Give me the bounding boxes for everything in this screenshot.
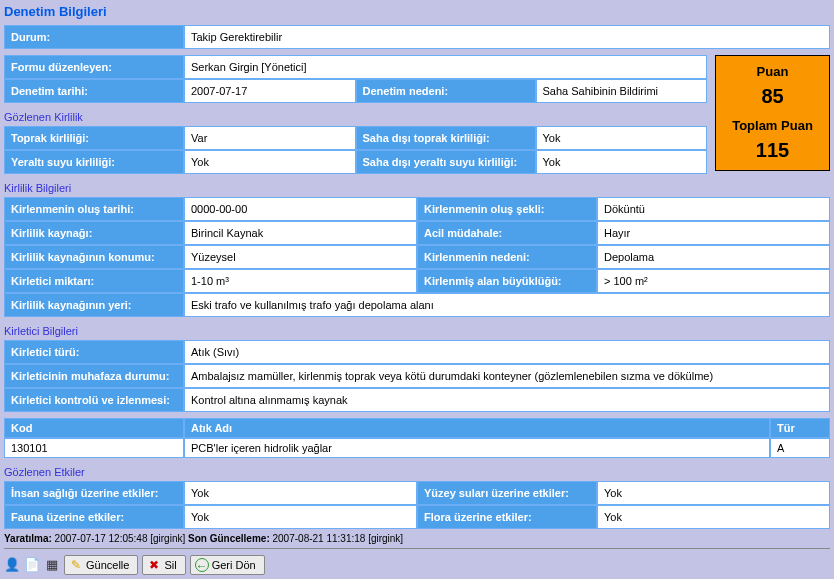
updated-label: Son Güncelleme: [188, 533, 270, 544]
soil-value: Var [184, 126, 356, 150]
amount-value: 1-10 m³ [184, 269, 417, 293]
waste-name: PCB'ler içeren hidrolik yağlar [184, 438, 770, 458]
status-value: Takip Gerektirebilir [184, 25, 830, 49]
delete-button-label: Sil [164, 559, 176, 571]
back-button-label: Geri Dön [212, 559, 256, 571]
source-place-value: Eski trafo ve kullanılmış trafo yağı dep… [184, 293, 830, 317]
page-title: Denetim Bilgileri [4, 4, 830, 19]
cause-label: Kirlenmenin nedeni: [417, 245, 597, 269]
delete-button[interactable]: ✖ Sil [142, 555, 185, 575]
updated-value: 2007-08-21 11:31:18 [girgink] [273, 533, 404, 544]
area-label: Kirlenmiş alan büyüklüğü: [417, 269, 597, 293]
observed-effects-grid: İnsan sağlığı üzerine etkiler: Yok Yüzey… [4, 481, 830, 529]
source-value: Birincil Kaynak [184, 221, 417, 245]
delete-icon: ✖ [147, 558, 161, 572]
source-place-label: Kirlilik kaynağının yeri: [4, 293, 184, 317]
editor-label: Formu düzenleyen: [4, 55, 184, 79]
page-icon[interactable]: 📄 [24, 557, 40, 573]
source-loc-value: Yüzeysel [184, 245, 417, 269]
occur-date-label: Kirlenmenin oluş tarihi: [4, 197, 184, 221]
date-value: 2007-07-17 [184, 79, 356, 103]
total-score-label: Toplam Puan [720, 118, 825, 133]
score-box: Puan 85 Toplam Puan 115 [715, 55, 830, 171]
pollutant-info-title: Kirletici Bilgileri [4, 325, 830, 337]
waste-head-name: Atık Adı [184, 418, 770, 438]
source-label: Kirlilik kaynağı: [4, 221, 184, 245]
waste-table-header: Kod Atık Adı Tür [4, 418, 830, 438]
status-label: Durum: [4, 25, 184, 49]
score-value: 85 [720, 85, 825, 108]
flora-value: Yok [597, 505, 830, 529]
observed-effects-title: Gözlenen Etkiler [4, 466, 830, 478]
occur-type-label: Kirlenmenin oluş şekli: [417, 197, 597, 221]
cause-value: Depolama [597, 245, 830, 269]
offsite-soil-label: Saha dışı toprak kirliliği: [356, 126, 536, 150]
table-icon[interactable]: ▦ [44, 557, 60, 573]
offsite-groundwater-label: Saha dışı yeraltı suyu kirliliği: [356, 150, 536, 174]
pollutant-type-label: Kirletici türü: [4, 340, 184, 364]
emergency-label: Acil müdahale: [417, 221, 597, 245]
pollutant-control-value: Kontrol altına alınmamış kaynak [184, 388, 830, 412]
waste-code: 130101 [4, 438, 184, 458]
pollution-info-title: Kirlilik Bilgileri [4, 182, 830, 194]
status-grid: Durum: Takip Gerektirebilir [4, 25, 830, 49]
update-button-label: Güncelle [86, 559, 129, 571]
back-icon: ← [195, 558, 209, 572]
occur-date-value: 0000-00-00 [184, 197, 417, 221]
toolbar: 👤 📄 ▦ ✎ Güncelle ✖ Sil ← Geri Dön [4, 555, 830, 575]
meta-bar: Yaratılma: 2007-07-17 12:05:48 [girgink]… [4, 529, 830, 549]
human-label: İnsan sağlığı üzerine etkiler: [4, 481, 184, 505]
created-value: 2007-07-17 12:05:48 [girgink] [55, 533, 186, 544]
area-value: > 100 m² [597, 269, 830, 293]
editor-value: Serkan Girgin [Yönetici] [184, 55, 707, 79]
total-score-value: 115 [720, 139, 825, 162]
surface-water-value: Yok [597, 481, 830, 505]
observed-pollution-title: Gözlenen Kirlilik [4, 111, 707, 123]
occur-type-value: Döküntü [597, 197, 830, 221]
user-icon[interactable]: 👤 [4, 557, 20, 573]
date-label: Denetim tarihi: [4, 79, 184, 103]
waste-head-code: Kod [4, 418, 184, 438]
pollutant-storage-value: Ambalajsız mamüller, kirlenmiş toprak ve… [184, 364, 830, 388]
update-button[interactable]: ✎ Güncelle [64, 555, 138, 575]
pollutant-type-value: Atık (Sıvı) [184, 340, 830, 364]
offsite-soil-value: Yok [536, 126, 708, 150]
soil-label: Toprak kirliliği: [4, 126, 184, 150]
waste-table-row: 130101 PCB'ler içeren hidrolik yağlar A [4, 438, 830, 458]
emergency-value: Hayır [597, 221, 830, 245]
header-grid: Formu düzenleyen: Serkan Girgin [Yönetic… [4, 55, 707, 103]
pollutant-storage-label: Kirleticinin muhafaza durumu: [4, 364, 184, 388]
observed-pollution-grid: Toprak kirliliği: Var Saha dışı toprak k… [4, 126, 707, 174]
pollutant-control-label: Kirletici kontrolü ve izlenmesi: [4, 388, 184, 412]
pencil-icon: ✎ [69, 558, 83, 572]
amount-label: Kirletici miktarı: [4, 269, 184, 293]
reason-label: Denetim nedeni: [356, 79, 536, 103]
pollution-info-grid: Kirlenmenin oluş tarihi: 0000-00-00 Kirl… [4, 197, 830, 317]
pollutant-info-grid: Kirletici türü: Atık (Sıvı) Kirleticinin… [4, 340, 830, 412]
reason-value: Saha Sahibinin Bildirimi [536, 79, 708, 103]
surface-water-label: Yüzey suları üzerine etkiler: [417, 481, 597, 505]
source-loc-label: Kirlilik kaynağının konumu: [4, 245, 184, 269]
groundwater-value: Yok [184, 150, 356, 174]
groundwater-label: Yeraltı suyu kirliliği: [4, 150, 184, 174]
offsite-groundwater-value: Yok [536, 150, 708, 174]
score-label: Puan [720, 64, 825, 79]
fauna-label: Fauna üzerine etkiler: [4, 505, 184, 529]
back-button[interactable]: ← Geri Dön [190, 555, 265, 575]
waste-type: A [770, 438, 830, 458]
fauna-value: Yok [184, 505, 417, 529]
waste-head-type: Tür [770, 418, 830, 438]
flora-label: Flora üzerine etkiler: [417, 505, 597, 529]
human-value: Yok [184, 481, 417, 505]
created-label: Yaratılma: [4, 533, 52, 544]
